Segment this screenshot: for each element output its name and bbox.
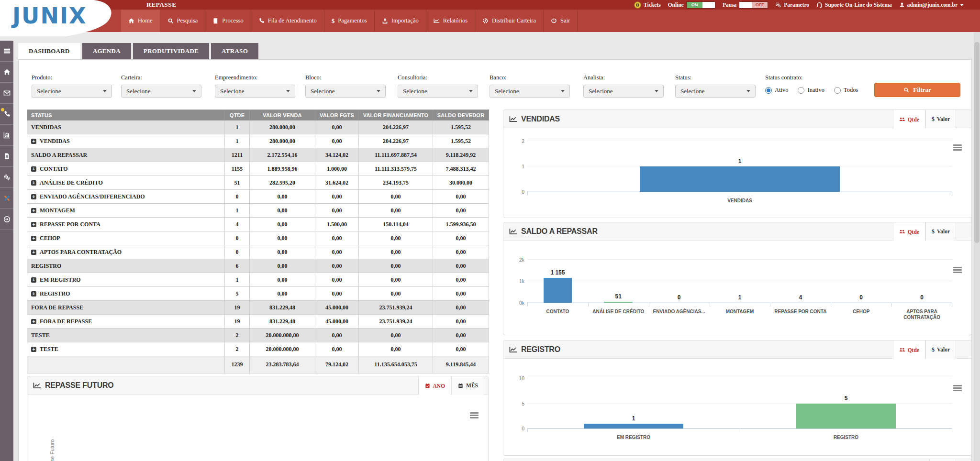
- expand-icon[interactable]: +: [31, 277, 36, 283]
- select-bloco[interactable]: Selecione: [305, 85, 386, 98]
- table-row-repasse-por-conta[interactable]: +REPASSE POR CONTA40,001.500,00150.114,0…: [27, 218, 489, 231]
- bar-vendidas[interactable]: [640, 166, 839, 192]
- filtrar-button[interactable]: Filtrar: [874, 83, 960, 97]
- table-row-contato[interactable]: +CONTATO11551.889.958,961.000,0011.111.3…: [27, 162, 489, 176]
- chart-menu-icon[interactable]: [953, 267, 962, 273]
- select-empreendimento[interactable]: Selecione: [215, 85, 295, 98]
- nav-item-relatorios[interactable]: Relatórios: [426, 10, 475, 32]
- nav-item-importacao[interactable]: Importação: [375, 10, 426, 32]
- nav-item-distribuir-carteira[interactable]: Distribuir Carteira: [475, 10, 544, 32]
- toolbar-qtde-button[interactable]: Qtde: [893, 110, 925, 129]
- table-row-cehop[interactable]: +CEHOP00,000,000,000,00: [27, 231, 489, 245]
- table-row-registro[interactable]: +REGISTRO50,000,000,000,00: [27, 287, 489, 301]
- table-row-teste[interactable]: TESTE220.000.000,000,000,000,00: [27, 329, 489, 342]
- cell-value: 0,00: [250, 190, 315, 204]
- toolbar-valor-button[interactable]: $Valor: [925, 340, 956, 359]
- chart-menu-icon[interactable]: [470, 412, 479, 418]
- pausa-toggle[interactable]: Pausa OFF: [723, 1, 768, 9]
- table-row-aptos-para-contratacao[interactable]: +APTOS PARA CONTRATAÇÃO00,000,000,000,00: [27, 245, 489, 259]
- toolbar-valor-button[interactable]: $Valor: [925, 222, 956, 241]
- sidebar-item-home[interactable]: [0, 62, 13, 83]
- expand-icon[interactable]: +: [31, 208, 36, 213]
- table-row-saldo-a-repassar[interactable]: SALDO A REPASSAR12112.172.554,1634.124,0…: [27, 148, 489, 162]
- sidebar-item-gears[interactable]: [0, 167, 13, 188]
- select-banco[interactable]: Selecione: [490, 85, 570, 98]
- radio-circle[interactable]: [834, 87, 841, 94]
- toolbar-ano-button[interactable]: ANO: [418, 376, 452, 395]
- brand-logo[interactable]: JUNIX: [0, 0, 129, 36]
- online-switch[interactable]: ON: [686, 1, 715, 9]
- table-row-fora-de-repasse[interactable]: FORA DE REPASSE19831.229,4845.000,0023.7…: [27, 301, 489, 315]
- expand-icon[interactable]: +: [31, 347, 36, 352]
- select-produto[interactable]: Selecione: [32, 85, 112, 98]
- radio-ativo[interactable]: Ativo: [765, 87, 788, 94]
- pausa-switch[interactable]: OFF: [739, 1, 768, 9]
- online-toggle[interactable]: Online ON: [668, 1, 715, 9]
- suporte-button[interactable]: Suporte On-Line do Sistema: [816, 2, 892, 8]
- table-row-total[interactable]: 123923.283.783,6479.124,0211.135.654.053…: [27, 356, 489, 373]
- table-row-enviado-agencias-diferenciado[interactable]: +ENVIADO AGÊNCIAS/DIFERENCIADO00,000,000…: [27, 190, 489, 204]
- parametro-button[interactable]: Parametro: [775, 2, 809, 8]
- tab-dashboard[interactable]: DASHBOARD: [18, 43, 80, 59]
- toolbar-mes-button[interactable]: MÊS: [451, 376, 484, 395]
- tab-produtividade[interactable]: PRODUTIVIDADE: [133, 43, 209, 59]
- expand-icon[interactable]: +: [31, 236, 36, 241]
- sidebar-item-phone[interactable]: [0, 104, 13, 125]
- table-row-analise-de-credito[interactable]: +ANÁLISE DE CRÉDITO51282.595,2031.624,02…: [27, 176, 489, 190]
- select-consultoria[interactable]: Selecione: [398, 85, 478, 98]
- scrollbar-thumb[interactable]: [974, 42, 980, 243]
- sidebar-item-menu[interactable]: [0, 41, 13, 62]
- bar-analise-de-credito[interactable]: [604, 302, 633, 303]
- table-row-vendidas[interactable]: +VENDIDAS1280.000,000,00204.226,971.595,…: [27, 134, 489, 148]
- chart-menu-icon[interactable]: [953, 144, 962, 151]
- bar-value-label: 51: [588, 293, 649, 300]
- tab-agenda[interactable]: AGENDA: [82, 43, 131, 59]
- toolbar-qtde-button[interactable]: Qtde: [893, 222, 925, 241]
- sidebar-item-mail[interactable]: [0, 83, 13, 104]
- radio-todos[interactable]: Todos: [834, 87, 858, 94]
- select-analista[interactable]: Selecione: [583, 85, 664, 98]
- nav-item-processo[interactable]: Processo: [205, 10, 251, 32]
- table-row-vendidas[interactable]: VENDIDAS1280.000,000,00204.226,971.595,5…: [27, 121, 489, 134]
- sidebar-item-document[interactable]: [0, 146, 13, 167]
- sidebar-item-chart-bars[interactable]: [0, 125, 13, 146]
- select-carteira[interactable]: Selecione: [121, 85, 201, 98]
- radio-circle[interactable]: [798, 87, 804, 94]
- nav-item-pagamentos[interactable]: $Pagamentos: [324, 10, 375, 32]
- cell-value: 0: [225, 245, 250, 259]
- expand-icon[interactable]: +: [31, 291, 36, 296]
- nav-item-fila-de-atendimento[interactable]: Fila de Atendimento: [251, 10, 324, 32]
- nav-item-sair[interactable]: Sair: [544, 10, 578, 32]
- radio-circle[interactable]: [765, 87, 772, 94]
- expand-icon[interactable]: +: [31, 222, 36, 227]
- sidebar-item-arrow-circle[interactable]: [0, 209, 13, 230]
- expand-icon[interactable]: +: [31, 194, 36, 199]
- user-menu[interactable]: admin@junix.com.br: [899, 2, 964, 8]
- tickets-button[interactable]: Tickets: [634, 1, 661, 9]
- bar-registro[interactable]: [796, 404, 896, 429]
- bar-em-registro[interactable]: [584, 424, 684, 429]
- bar-contato[interactable]: [544, 278, 572, 303]
- chart-menu-icon[interactable]: [953, 385, 962, 391]
- expand-icon[interactable]: +: [31, 166, 36, 172]
- expand-icon[interactable]: +: [31, 250, 36, 255]
- radio-inativo[interactable]: Inativo: [798, 87, 824, 94]
- table-row-montagem[interactable]: +MONTAGEM10,000,000,000,00: [27, 204, 489, 218]
- sidebar-item-junix-x[interactable]: [0, 188, 13, 209]
- row-label: ANÁLISE DE CRÉDITO: [40, 179, 103, 186]
- toolbar-button[interactable]: [929, 459, 956, 461]
- nav-item-pesquisa[interactable]: Pesquisa: [160, 10, 206, 32]
- table-row-registro[interactable]: REGISTRO60,000,000,000,00: [27, 259, 489, 273]
- select-status[interactable]: Selecione: [675, 85, 756, 98]
- table-row-em-registro[interactable]: +EM REGISTRO10,000,000,000,00: [27, 273, 489, 287]
- expand-icon[interactable]: +: [31, 139, 36, 144]
- table-row-teste[interactable]: +TESTE220.000.000,000,000,000,00: [27, 342, 489, 356]
- expand-icon[interactable]: +: [31, 319, 36, 324]
- toolbar-valor-button[interactable]: $Valor: [925, 110, 956, 128]
- toolbar-qtde-button[interactable]: Qtde: [893, 340, 925, 359]
- expand-icon[interactable]: +: [31, 180, 36, 186]
- tab-atraso[interactable]: ATRASO: [211, 43, 258, 59]
- radio-label: Ativo: [775, 87, 788, 94]
- table-row-fora-de-repasse[interactable]: +FORA DE REPASSE19831.229,4845.000,0023.…: [27, 315, 489, 329]
- page-scrollbar[interactable]: [974, 0, 980, 461]
